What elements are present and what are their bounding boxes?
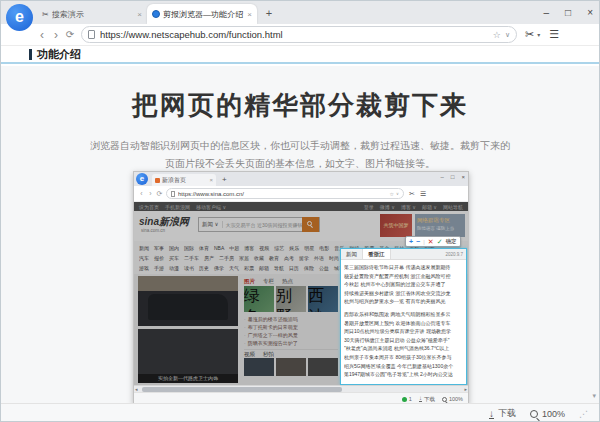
mini-window-controls: – □ × xyxy=(441,174,465,180)
mini-address-bar: https://www.sina.com.cn/ ☆ ∨ xyxy=(166,188,404,199)
resize-grip[interactable]: ⋰ xyxy=(579,409,589,419)
crop-zoom-out-icon: − xyxy=(416,238,420,245)
section-header: 功能介绍 xyxy=(1,46,599,64)
panel-headline: 30天骑行钱塘江主题日启动 公益众筹"植爱牵手" xyxy=(344,336,463,345)
back-button[interactable]: ‹ xyxy=(35,26,49,44)
mini-toolbar: ‹ › ⟳ https://www.sina.com.cn/ ☆ ∨ ✂ ☰ xyxy=(134,186,468,202)
mini-tab-close-icon: × xyxy=(209,177,213,183)
app-logo-icon xyxy=(152,10,160,18)
panel-headline: 今秋起 杭州市中心到富阳的过渡公交车开通了 xyxy=(344,280,463,289)
forward-button[interactable]: › xyxy=(49,26,63,44)
minimize-button[interactable]: – xyxy=(544,7,550,18)
panel-headline: 杭州亲子市集本周开市 80组孩子30位家长齐参与 xyxy=(344,353,463,362)
panel-tab-news: 新闻 xyxy=(341,249,362,259)
mini-new-tab-button: + xyxy=(222,175,227,184)
panel-headline: 第三届国际诗歌节昨日开幕 传递高速发展新期待 xyxy=(344,263,463,272)
bookmark-star-icon[interactable]: ☆ xyxy=(493,30,501,40)
panel-tab-zhejiang: 看浙江 xyxy=(362,249,391,259)
zoom-icon xyxy=(442,397,447,402)
crop-selected-panel: 新闻 看浙江 2020.9.7 第三届国际诗歌节昨日开幕 传递高速发展新期待稳妥… xyxy=(340,248,467,385)
section-marker xyxy=(29,49,32,60)
status-dot-icon xyxy=(402,397,407,402)
download-icon: ↓ xyxy=(489,409,494,419)
mini-chevron-down-icon: ∨ xyxy=(396,191,399,196)
mini-horizontal-scrollbar: ◂ ▸ xyxy=(134,385,468,392)
panel-headline: 杭州与绍兴的梦里水乡一览 有百年的美丽风光 xyxy=(344,297,463,306)
panel-headlines: 第三届国际诗歌节昨日开幕 传递高速发展新期待稳妥处置险资产配置严控机制 浙江金融… xyxy=(341,260,466,384)
sina-page: 设为首页手机新浪网移动客户端 ∨ 登录微博 ∨博客 ∨邮箱 ∨网站导航 sina… xyxy=(134,202,468,385)
browser-window: e ✂ 搜索演示 × 剪报浏览器—功能介绍 × + – □ × ‹ › ⟳ xyxy=(0,0,600,422)
mini-app-logo-icon: e xyxy=(136,173,148,185)
crop-confirm-icon: ✓ xyxy=(437,238,443,246)
panel-headline: 暑期开放景区网上预约 欢迎体验南山公街道专车 xyxy=(344,319,463,328)
url-text[interactable]: https://www.netscapehub.com/function.htm… xyxy=(100,29,493,40)
panel-date: 2020.9.7 xyxy=(445,252,466,257)
chevron-down-icon[interactable]: ∨ xyxy=(505,31,510,39)
tab-label: 剪报浏览器—功能介绍 xyxy=(163,9,245,20)
panel-headline: 第1947期城市公园"电子导览"上线 2小时内公交达 xyxy=(344,370,463,379)
panel-headline: 西部欢乐祥和氛围浓 两地天气晴朗精彩纷呈多云 xyxy=(344,310,463,319)
section-title: 功能介绍 xyxy=(37,47,81,62)
page-content: 把网页的精华部分裁剪下来 浏览器自动智能识别网页中的信息区块，你也可以手动调整，… xyxy=(1,66,599,403)
crop-toolbar: + − | ✕ ✓ 确定 xyxy=(405,236,461,247)
panel-headline: 绍兴5G网络区域全覆盖 今年已新建基站1300余个 xyxy=(344,362,463,371)
panel-headline: 稳妥处置险资产配置严控机制 浙江金融风险可控 xyxy=(344,272,463,281)
mini-page-icon xyxy=(171,191,175,197)
sina-favicon xyxy=(155,178,160,183)
download-status[interactable]: ↓ 下载 xyxy=(489,407,516,420)
mini-title-bar: e 新浪首页 × + – □ × xyxy=(134,172,468,186)
mini-forward-icon: › xyxy=(146,190,155,197)
mini-back-icon: ‹ xyxy=(137,190,146,197)
zoom-icon xyxy=(530,410,538,418)
crop-confirm-label: 确定 xyxy=(446,238,457,245)
clip-caret-icon[interactable]: ▾ xyxy=(537,31,540,38)
panel-tabs: 新闻 看浙江 2020.9.7 xyxy=(341,249,466,260)
refresh-button[interactable]: ⟳ xyxy=(63,26,77,44)
tab-close-icon[interactable]: × xyxy=(137,10,142,19)
maximize-button[interactable]: □ xyxy=(565,7,571,18)
tab-search-demo[interactable]: ✂ 搜索演示 × xyxy=(37,4,147,24)
window-controls: – □ × xyxy=(544,1,593,23)
page-icon xyxy=(88,30,95,39)
status-bar: ↓ 下载 100% ⋰ xyxy=(1,403,599,422)
crop-cancel-icon: ✕ xyxy=(428,238,434,246)
mini-tab-sina: 新浪首页 × xyxy=(152,174,216,186)
crop-zoom-in-icon: + xyxy=(409,238,413,245)
mini-menu-icon: ☰ xyxy=(420,190,426,198)
mini-browser-screenshot: e 新浪首页 × + – □ × ‹ › ⟳ http xyxy=(133,171,469,404)
tab-close-icon[interactable]: × xyxy=(247,10,252,19)
page-heading: 把网页的精华部分裁剪下来 xyxy=(1,88,599,123)
mini-refresh-icon: ⟳ xyxy=(155,190,164,198)
download-icon: ↓ xyxy=(419,396,422,402)
navigation-toolbar: ‹ › ⟳ https://www.netscapehub.com/functi… xyxy=(1,24,599,46)
new-tab-button[interactable]: + xyxy=(261,6,277,22)
title-bar: e ✂ 搜索演示 × 剪报浏览器—功能介绍 × + – □ × xyxy=(1,1,599,24)
page-description: 浏览器自动智能识别网页中的信息区块，你也可以手动调整，裁剪过程迅速、敏捷。裁剪下… xyxy=(1,137,599,173)
panel-headline: 周日10点杭州垃圾分类双百课堂开讲 现场教您学 xyxy=(344,327,463,336)
menu-icon[interactable]: ☰ xyxy=(549,28,559,41)
zoom-status[interactable]: 100% xyxy=(530,409,565,419)
clip-tool-icon[interactable]: ✂ xyxy=(525,28,534,41)
tab-label: 搜索演示 xyxy=(52,9,136,20)
app-logo-icon[interactable]: e xyxy=(6,4,33,31)
address-bar[interactable]: https://www.netscapehub.com/function.htm… xyxy=(81,26,517,43)
panel-headline: 持续推进美丽乡村建设 浙江省休闲农业交流沙龙 xyxy=(344,289,463,298)
mini-bookmark-star-icon: ☆ xyxy=(390,191,394,197)
scroll-down-icon[interactable]: ▾ xyxy=(592,392,596,400)
scissors-icon: ✂ xyxy=(42,10,49,19)
mini-clip-tool-icon: ✂ xyxy=(409,190,415,198)
panel-headline: "秋老虎"高温尚未消退 杭州气温热线36.7℃以上 xyxy=(344,344,463,353)
crop-toolbar-divider: | xyxy=(423,239,425,245)
tab-function-intro[interactable]: 剪报浏览器—功能介绍 × xyxy=(147,4,257,24)
close-button[interactable]: × xyxy=(587,7,593,18)
tab-strip: ✂ 搜索演示 × 剪报浏览器—功能介绍 × + xyxy=(37,3,277,24)
